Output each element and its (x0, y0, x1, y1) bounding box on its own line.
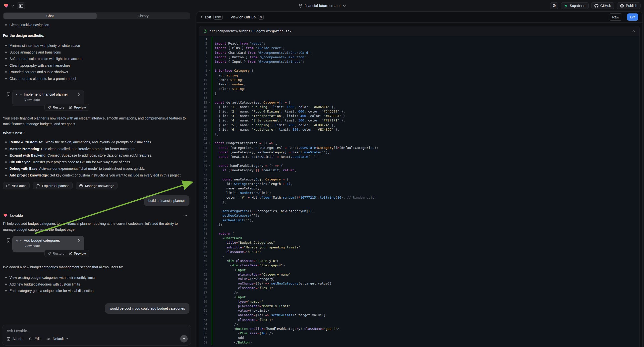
fold-chevron-icon[interactable]: ∨ (208, 100, 212, 105)
toggle-sidebar-button[interactable] (17, 2, 26, 9)
line-number: 26 (199, 150, 208, 154)
github-button[interactable]: GitHub (591, 2, 615, 9)
list-item: Glass-morphic elements for a premium fee… (3, 76, 190, 82)
exit-button[interactable]: Exit ESC (200, 15, 222, 20)
attach-button[interactable]: Attach (7, 337, 22, 341)
fold-chevron-icon[interactable]: ∨ (208, 68, 212, 73)
tab-chat[interactable]: Chat (4, 13, 96, 19)
publish-globe-icon (620, 4, 624, 8)
fold-chevron-icon[interactable]: ∨ (208, 164, 212, 168)
project-chevron-down-icon[interactable] (343, 5, 346, 7)
fold-gutter (208, 96, 212, 100)
line-number: 18 (199, 114, 208, 118)
code-line: 53 placeholder="Category name" (199, 272, 640, 277)
code-line: 36 color: '#' + Math.floor(Math.random()… (199, 196, 640, 200)
github-icon (594, 4, 598, 8)
chevron-right-icon[interactable] (78, 93, 80, 96)
chat-input-placeholder[interactable]: Ask Lovable... (7, 328, 186, 333)
tab-history[interactable]: History (96, 13, 190, 19)
bullet-dot (5, 65, 7, 66)
fold-gutter (208, 263, 212, 268)
code-lines[interactable]: 12import React from 'react';3import { Pl… (199, 36, 640, 347)
edit-button[interactable]: Edit (29, 337, 40, 341)
code-line: 51 <div className="flex gap-4"> (199, 263, 640, 268)
supabase-button[interactable]: Supabase (561, 2, 588, 9)
file-header-bar[interactable]: src/components/budget/BudgetCategories.t… (199, 26, 640, 36)
fold-gutter (208, 336, 212, 340)
line-number: 59 (199, 300, 208, 304)
fold-gutter (208, 55, 212, 60)
manage-knowledge-button[interactable]: Manage knowledge (76, 182, 118, 190)
workspace-chevron-down-icon[interactable] (12, 5, 14, 7)
fold-gutter (208, 191, 212, 195)
assistant-name: Lovable (10, 214, 23, 218)
line-number: 62 (199, 313, 208, 318)
fold-gutter (208, 232, 212, 236)
view-on-github-button[interactable]: View on GitHub G (230, 15, 264, 20)
list-item: Add project knowledge: Set key context o… (3, 172, 190, 179)
fold-gutter (208, 154, 212, 159)
code-viewer-header: Exit ESC View on GitHub G Raw Diff (196, 12, 642, 23)
code-line: 48 className="h-auto" (199, 250, 640, 254)
code-line: 24∨const BudgetCategories = () => { (199, 141, 640, 145)
version-actions: ↺ Restore Preview (44, 250, 89, 257)
restore-button[interactable]: ↺ Restore (46, 250, 67, 257)
publish-button[interactable]: Publish (617, 2, 640, 9)
added-bullet-list: View existing budget categories with the… (3, 274, 190, 294)
code-brackets-icon: < > (16, 239, 21, 242)
fold-chevron-icon[interactable]: ∨ (208, 141, 212, 145)
code-line: 44 return ( (199, 232, 640, 236)
fold-gutter (208, 87, 212, 91)
external-link-icon (69, 252, 72, 255)
chevron-up-icon[interactable] (632, 30, 635, 32)
line-number: 40 (199, 213, 208, 218)
line-number: 57 (199, 290, 208, 295)
settings-button[interactable]: ⚙ (550, 2, 558, 9)
list-item: Refine & Customize: Tweak the design, an… (3, 139, 190, 146)
code-line: 61 value={newLimit} (199, 308, 640, 313)
chevron-right-icon[interactable] (78, 239, 80, 242)
line-number: 19 (199, 118, 208, 123)
fold-gutter (208, 326, 212, 331)
explore-supabase-button[interactable]: Explore Supabase (33, 182, 73, 190)
code-line: 58 <Input (199, 295, 640, 300)
visit-docs-button[interactable]: Visit docs (3, 182, 30, 190)
bookmark-icon[interactable] (7, 92, 10, 96)
mode-selector[interactable]: Default (47, 337, 68, 341)
esc-key-badge: ESC (213, 15, 222, 20)
fold-gutter (208, 136, 212, 141)
preview-button[interactable]: Preview (67, 104, 88, 110)
chevron-down-icon (66, 338, 68, 340)
code-line: 23 (199, 136, 640, 141)
line-number: 52 (199, 268, 208, 272)
external-link-icon (69, 106, 72, 109)
preview-button[interactable]: Preview (67, 250, 88, 257)
restore-button[interactable]: ↺ Restore (46, 104, 67, 110)
chat-input-box[interactable]: Ask Lovable... Attach Edit Default (2, 324, 191, 346)
more-options-icon[interactable]: ⋯ (183, 213, 188, 218)
fold-gutter (208, 64, 212, 68)
line-number: 5 (199, 55, 208, 60)
lovable-logo-heart-icon[interactable] (4, 3, 9, 8)
project-globe-icon (298, 4, 302, 8)
send-button[interactable] (180, 335, 188, 342)
fold-gutter (208, 118, 212, 123)
line-number: 39 (199, 209, 208, 213)
quick-actions: Visit docs Explore Supabase Manage knowl… (3, 182, 190, 190)
list-item: Clean typography with clear hierarchies (3, 62, 190, 69)
file-icon (204, 29, 207, 33)
view-code-link[interactable]: View code (24, 98, 80, 102)
view-code-link[interactable]: View code (24, 244, 80, 248)
code-line: 60 placeholder="Monthly limit" (199, 304, 640, 308)
line-number: 58 (199, 295, 208, 300)
project-title[interactable]: financial-future-creator (304, 4, 340, 8)
code-line: 26 const [newCategory, setNewCategory] =… (199, 150, 640, 154)
diff-toggle-button[interactable]: Diff (627, 14, 638, 21)
line-number: 24 (199, 141, 208, 145)
code-line: 67 Add (199, 336, 640, 340)
line-number: 67 (199, 336, 208, 340)
fold-chevron-icon[interactable]: ∨ (208, 177, 212, 182)
added-paragraph: I've added a new budget categories manag… (3, 264, 186, 270)
bookmark-icon[interactable] (7, 238, 10, 243)
raw-toggle-button[interactable]: Raw (609, 14, 622, 21)
